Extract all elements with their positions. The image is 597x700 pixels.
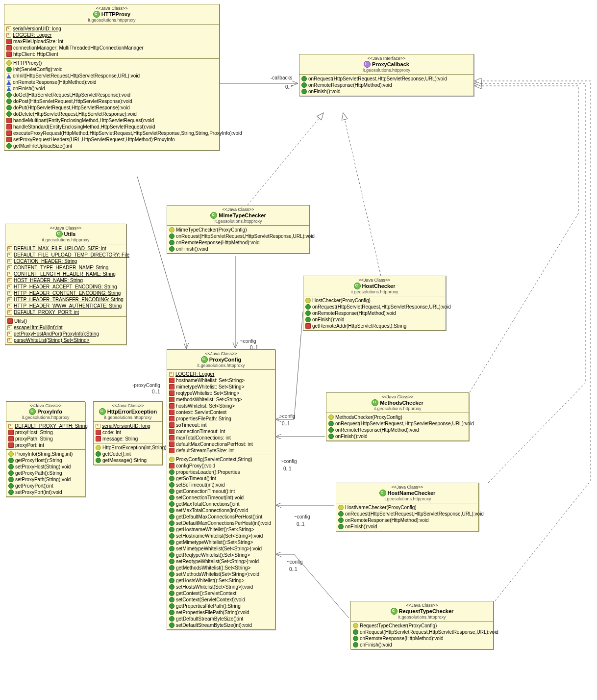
- member-text: onInit(HttpServletRequest,HttpServletRes…: [13, 73, 140, 78]
- member-row: HTTPProxy(): [6, 60, 217, 66]
- member-text: setProxyHost(String):void: [15, 464, 71, 469]
- member-text: getReqtypeWhitelist():Set<String>: [176, 552, 250, 558]
- class-icon: [210, 212, 217, 219]
- member-text: onFinish():void: [345, 524, 377, 529]
- visibility-icon: [6, 74, 11, 78]
- member-row: proxyHost: String: [8, 429, 83, 436]
- visibility-icon: [328, 434, 334, 439]
- attributes: serialVersionUID: longLOGGER: LoggermaxF…: [4, 25, 219, 59]
- visibility-icon: [6, 92, 12, 98]
- member-row: onRequest(HttpServletRequest,HttpServlet…: [301, 76, 472, 82]
- member-text: setConnectionTimeout(int):void: [176, 495, 244, 500]
- member-row: propertiesLoader():Properties: [169, 469, 273, 475]
- member-row: soTimeout: int: [169, 422, 273, 428]
- member-text: defaultStreamByteSize: int: [176, 448, 234, 453]
- visibility-icon: [301, 82, 307, 88]
- member-row: onRemoteResponse(HttpMethod):void: [328, 427, 467, 433]
- class-proxyinfo[interactable]: <<Java Class>> ProxyInfo it.geosolutions…: [6, 401, 85, 497]
- class-icon: [201, 356, 208, 363]
- member-text: getMethodsWhitelist():Set<String>: [176, 565, 250, 570]
- member-row: onFinish():void: [6, 85, 217, 92]
- config-label2: ~config: [279, 414, 296, 419]
- member-row: getProxyPort():int: [8, 483, 83, 489]
- proxyconfig-label: -proxyConfig: [132, 383, 160, 388]
- member-row: doGet(HttpServletRequest,HttpServletResp…: [6, 92, 217, 98]
- member-row: getRemoteAddr(HttpServletRequest):String: [305, 323, 444, 329]
- member-row: getDefaultStreamByteSize():int: [169, 616, 273, 622]
- member-text: setContext(ServletContext):void: [176, 597, 245, 602]
- member-row: ProxyInfo(String,String,int): [8, 451, 83, 457]
- class-methodschecker[interactable]: <<Java Class>> MethodsChecker it.geosolu…: [326, 392, 469, 441]
- member-text: connectionTimeout: int: [176, 429, 225, 434]
- visibility-icon: [6, 118, 12, 123]
- visibility-icon: [169, 378, 174, 383]
- config-label3: ~config: [281, 459, 297, 464]
- member-text: onRemoteResponse(HttpMethod):void: [345, 518, 429, 523]
- class-requesttypechecker[interactable]: <<Java Class>> RequestTypeChecker it.geo…: [350, 601, 494, 649]
- member-row: onRequest(HttpServletRequest,HttpServlet…: [305, 304, 444, 310]
- visibility-icon: [169, 508, 174, 513]
- visibility-icon: [8, 470, 14, 476]
- visibility-icon: [169, 489, 174, 494]
- visibility-icon: [328, 427, 334, 433]
- interface-icon: [364, 61, 371, 68]
- member-row: connectionManager: MultiThreadedHttpConn…: [6, 45, 217, 51]
- class-name: HttpErrorException: [107, 409, 157, 415]
- class-mimetypechecker[interactable]: <<Java Class>> MimeTypeChecker it.geosol…: [167, 205, 310, 254]
- member-text: onFinish():void: [360, 642, 392, 648]
- member-row: setProxyHost(String):void: [8, 464, 83, 470]
- member-text: onFinish():void: [176, 246, 208, 252]
- visibility-icon: [169, 540, 174, 545]
- member-text: LOGGER: Logger: [175, 371, 214, 377]
- member-text: hostsWhitelist: Set<String>: [176, 403, 235, 409]
- class-icon: [372, 399, 378, 406]
- member-row: getMaxTotalConnections():int: [169, 501, 273, 507]
- class-hostnamechecker[interactable]: <<Java Class>> HostNameChecker it.geosol…: [336, 483, 479, 531]
- visibility-icon: [6, 52, 12, 57]
- member-text: MimeTypeChecker(ProxyConfig): [176, 227, 247, 233]
- class-name: ProxyCallback: [372, 61, 409, 67]
- class-name: Utils: [64, 231, 76, 237]
- class-httpproxy[interactable]: <<Java Class>> HTTPProxy it.geosolutions…: [4, 4, 220, 151]
- member-text: onRemoteResponse(HttpMethod):void: [360, 636, 444, 641]
- visibility-icon: [169, 457, 174, 462]
- member-text: setSoTimeout(int):void: [176, 482, 225, 488]
- member-row: init(ServletConfig):void: [6, 66, 217, 73]
- visibility-icon: [169, 571, 174, 577]
- class-name: MethodsChecker: [380, 400, 423, 406]
- member-text: DEFAULT_FILE_UPLOAD_TEMP_DIRECTORY: File: [14, 252, 129, 258]
- visibility-icon: [169, 246, 174, 252]
- member-row: getHostsWhitelist():Set<String>: [169, 577, 273, 584]
- member-row: HostNameChecker(ProxyConfig): [338, 504, 476, 511]
- member-text: HTTP_HEADER_ACCEPT_ENCODING: String: [14, 284, 117, 289]
- member-row: onFinish():void: [328, 433, 467, 440]
- member-text: getProxyPort():int: [15, 483, 53, 489]
- visibility-icon: [6, 67, 12, 72]
- member-text: onRequest(HttpServletRequest,HttpServlet…: [345, 511, 484, 517]
- visibility-icon: [169, 514, 174, 519]
- visibility-icon: [353, 642, 358, 648]
- member-row: hostsWhitelist: Set<String>: [169, 403, 273, 409]
- visibility-icon: [6, 45, 12, 51]
- class-httperrorexception[interactable]: <<Java Class>> HttpErrorException it.geo…: [93, 401, 163, 465]
- visibility-icon: [301, 76, 307, 81]
- visibility-icon: [7, 291, 12, 296]
- member-text: code: int: [102, 430, 121, 435]
- class-utils[interactable]: <<Java Class>> Utils it.geosolutions.htt…: [5, 224, 126, 345]
- class-hostchecker[interactable]: <<Java Class>> HostChecker it.geosolutio…: [303, 276, 446, 331]
- class-proxyconfig[interactable]: <<Java Class>> ProxyConfig it.geosolutio…: [167, 349, 275, 630]
- visibility-icon: [169, 372, 174, 377]
- interface-proxycallback[interactable]: <<Java Interface>> ProxyCallback it.geos…: [299, 54, 474, 96]
- member-row: doDelete(HttpServletRequest,HttpServletR…: [6, 111, 217, 117]
- member-row: maxFileUploadSize: int: [6, 38, 217, 45]
- visibility-icon: [96, 436, 101, 441]
- member-row: getMaxFileUploadSize():int: [6, 143, 217, 149]
- member-text: ProxyConfig(ServletContext,String): [176, 457, 252, 462]
- config-mult3: 0..1: [283, 466, 292, 471]
- member-row: setMimetypeWhitelist(Set<String>):void: [169, 545, 273, 552]
- member-row: getContext():ServletContext: [169, 590, 273, 596]
- member-text: onRequest(HttpServletRequest,HttpServlet…: [308, 76, 447, 81]
- member-row: message: String: [96, 436, 160, 442]
- member-text: proxyPath: String: [15, 436, 53, 441]
- member-text: DEFAULT_PROXY_APTH: String: [15, 423, 88, 429]
